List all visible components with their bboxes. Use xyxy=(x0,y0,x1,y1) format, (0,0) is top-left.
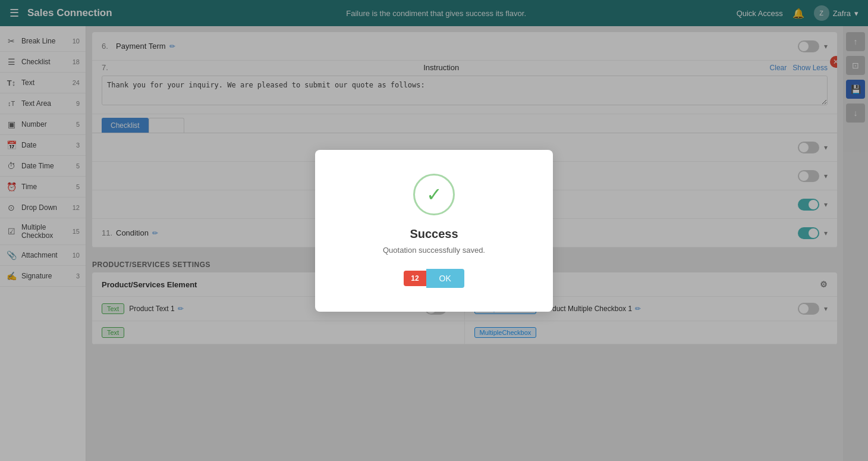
modal-ok-container: 12 OK xyxy=(345,269,523,288)
checkmark-icon: ✓ xyxy=(426,183,442,206)
success-modal: ✓ Success Quotation successfully saved. … xyxy=(315,150,553,312)
modal-overlay: ✓ Success Quotation successfully saved. … xyxy=(0,0,868,461)
modal-message: Quotation successfully saved. xyxy=(345,246,523,255)
modal-count-badge: 12 xyxy=(404,271,426,286)
modal-ok-button[interactable]: OK xyxy=(426,269,464,288)
modal-title: Success xyxy=(345,227,523,241)
success-icon-circle: ✓ xyxy=(413,174,455,215)
